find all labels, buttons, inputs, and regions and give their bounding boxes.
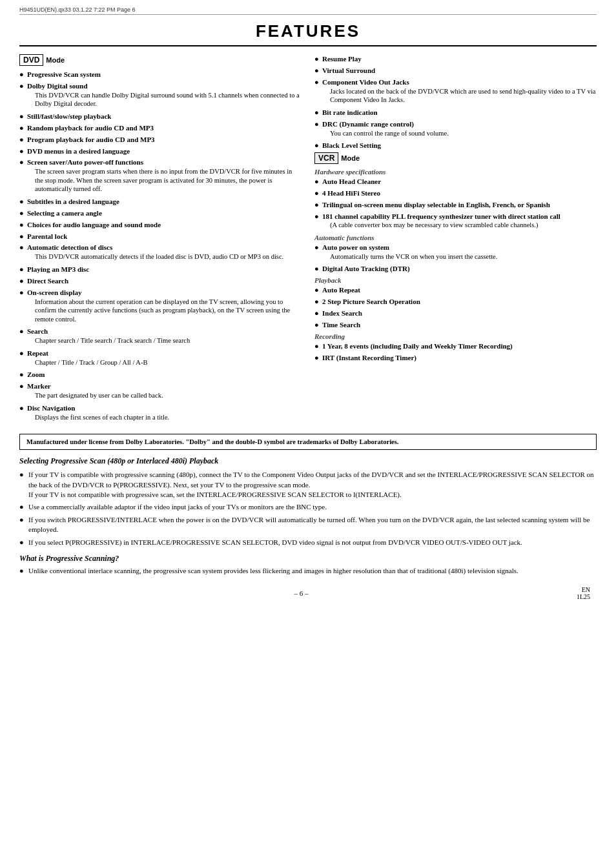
bottom-bullet-item: ●If your TV is compatible with progressi…: [19, 470, 597, 500]
bullet-item: ●Time Search: [314, 320, 597, 330]
bullet-item: ●Virtual Surround: [314, 66, 597, 76]
bullet-item: ●Zoom: [19, 370, 302, 380]
bullet-symbol: ●: [314, 54, 322, 64]
vcr-mode-label: Mode: [341, 154, 360, 162]
bullet-symbol: ●: [314, 177, 322, 187]
bullet-text: Playing an MP3 disc: [27, 265, 302, 274]
bullet-symbol: ●: [314, 309, 322, 318]
bullet-symbol: ●: [19, 243, 27, 262]
bottom-bullet-item: ●If you select P(PROGRESSIVE) in INTERLA…: [19, 538, 597, 547]
bullet-text: Component Video Out JacksJacks located o…: [322, 77, 597, 106]
bullet-text: Index Search: [322, 309, 597, 318]
bullet-item: ●Progressive Scan system: [19, 70, 302, 79]
bullet-symbol: ●: [19, 515, 28, 535]
section-italic-label: Recording: [314, 332, 597, 340]
bullet-item: ●Component Video Out JacksJacks located …: [314, 77, 597, 106]
bullet-text: On-screen displayInformation about the c…: [27, 288, 302, 325]
bullet-text: 4 Head HiFi Stereo: [322, 188, 597, 198]
bullet-symbol: ●: [19, 147, 27, 156]
bullet-item: ●181 channel capability PLL frequency sy…: [314, 212, 597, 231]
bullet-symbol: ●: [314, 108, 322, 117]
bullet-symbol: ●: [19, 381, 27, 401]
bullet-text: Program playback for audio CD and MP3: [27, 135, 302, 145]
what-is-bullets-container: ●Unlike conventional interlace scanning,…: [19, 566, 597, 576]
footer-right: EN 1L25: [577, 586, 590, 600]
progressive-scan-title: Selecting Progressive Scan (480p or Inte…: [19, 456, 597, 466]
bullet-item: ●DRC (Dynamic range control)You can cont…: [314, 119, 597, 139]
bullet-text: Trilingual on-screen menu display select…: [322, 200, 597, 210]
bullet-symbol: ●: [19, 70, 27, 79]
bullet-text: Auto Repeat: [322, 285, 597, 295]
bullet-text: If your TV is compatible with progressiv…: [28, 470, 597, 500]
bullet-symbol: ●: [314, 243, 322, 262]
bullet-text: Still/fast/slow/step playback: [27, 112, 302, 121]
bullet-item: ●Automatic detection of discsThis DVD/VC…: [19, 243, 302, 262]
header-left: H9451UD(EN).qx33 03.1.22 7:22 PM Page 6: [19, 6, 136, 13]
bullet-item: ●Auto power on systemAutomatically turns…: [314, 243, 597, 262]
bullet-text: If you select P(PROGRESSIVE) in INTERLAC…: [28, 538, 597, 547]
bullet-item: ●MarkerThe part designated by user can b…: [19, 381, 302, 401]
bullet-symbol: ●: [19, 327, 27, 346]
bullet-symbol: ●: [314, 320, 322, 330]
page-title: FEATURES: [19, 21, 597, 41]
bullet-text: DVD menus in a desired language: [27, 147, 302, 156]
bullet-item: ●Random playback for audio CD and MP3: [19, 123, 302, 133]
notice-box: Manufactured under license from Dolby La…: [19, 434, 597, 450]
page-header: H9451UD(EN).qx33 03.1.22 7:22 PM Page 6: [19, 6, 597, 15]
bullet-text: Bit rate indication: [322, 108, 597, 117]
bullet-text: Auto power on systemAutomatically turns …: [322, 243, 597, 262]
bullet-symbol: ●: [19, 349, 27, 368]
bullet-text: Screen saver/Auto power-off functionsThe…: [27, 157, 302, 195]
bullet-text: Zoom: [27, 370, 302, 380]
bullet-text: IRT (Instant Recording Timer): [322, 353, 597, 363]
bullet-item: ●IRT (Instant Recording Timer): [314, 353, 597, 363]
bullet-symbol: ●: [314, 285, 322, 295]
page-footer: – 6 – EN 1L25: [19, 586, 597, 600]
footer-center: – 6 –: [294, 589, 308, 597]
bullet-text: 1 Year, 8 events (including Daily and We…: [322, 341, 597, 351]
bullet-text: 2 Step Picture Search Operation: [322, 297, 597, 307]
bullet-item: ●Choices for audio language and sound mo…: [19, 220, 302, 230]
bullet-item: ●Index Search: [314, 309, 597, 318]
bullet-text: 181 channel capability PLL frequency syn…: [322, 212, 597, 231]
bullet-symbol: ●: [19, 123, 27, 133]
bullet-item: ●Bit rate indication: [314, 108, 597, 117]
bullet-symbol: ●: [19, 220, 27, 230]
bullet-symbol: ●: [19, 197, 27, 207]
vcr-mode-header: VCRMode: [314, 152, 597, 164]
bullet-symbol: ●: [314, 297, 322, 307]
bullet-symbol: ●: [19, 370, 27, 380]
bullet-item: ●Selecting a camera angle: [19, 208, 302, 218]
what-is-title: What is Progressive Scanning?: [19, 554, 597, 564]
bullet-text: SearchChapter search / Title search / Tr…: [27, 327, 302, 346]
bullet-item: ●4 Head HiFi Stereo: [314, 188, 597, 198]
left-column: DVD Mode ●Progressive Scan system●Dolby …: [19, 54, 302, 425]
bullet-item: ●RepeatChapter / Title / Track / Group /…: [19, 349, 302, 368]
bullet-symbol: ●: [314, 119, 322, 139]
bullet-item: ●1 Year, 8 events (including Daily and W…: [314, 341, 597, 351]
bullet-text: DRC (Dynamic range control)You can contr…: [322, 119, 597, 139]
bullet-text: Dolby Digital soundThis DVD/VCR can hand…: [27, 81, 302, 110]
bullet-symbol: ●: [314, 141, 322, 150]
bullet-symbol: ●: [19, 566, 28, 576]
bottom-bullet-item: ●Use a commercially available adaptor if…: [19, 502, 597, 512]
bullet-symbol: ●: [314, 66, 322, 76]
vcr-badge: VCR: [314, 152, 338, 164]
bullet-text: Subtitles in a desired language: [27, 197, 302, 207]
bullet-text: Time Search: [322, 320, 597, 330]
bullet-text: Unlike conventional interlace scanning, …: [28, 566, 597, 576]
dvd-mode-header: DVD Mode: [19, 54, 302, 66]
bullet-item: ●2 Step Picture Search Operation: [314, 297, 597, 307]
dvd-mode-label: Mode: [46, 56, 65, 64]
left-bullets-container: ●Progressive Scan system●Dolby Digital s…: [19, 70, 302, 423]
bullet-symbol: ●: [19, 470, 28, 500]
bullet-item: ●On-screen displayInformation about the …: [19, 288, 302, 325]
bullet-item: ●SearchChapter search / Title search / T…: [19, 327, 302, 346]
bullet-text: Random playback for audio CD and MP3: [27, 123, 302, 133]
bullet-text: Digital Auto Tracking (DTR): [322, 264, 597, 274]
bullet-item: ●Auto Repeat: [314, 285, 597, 295]
bullet-text: Progressive Scan system: [27, 70, 302, 79]
bottom-bullets-container: ●If your TV is compatible with progressi…: [19, 470, 597, 547]
bullet-item: ●Playing an MP3 disc: [19, 265, 302, 274]
dvd-badge: DVD: [19, 54, 43, 66]
